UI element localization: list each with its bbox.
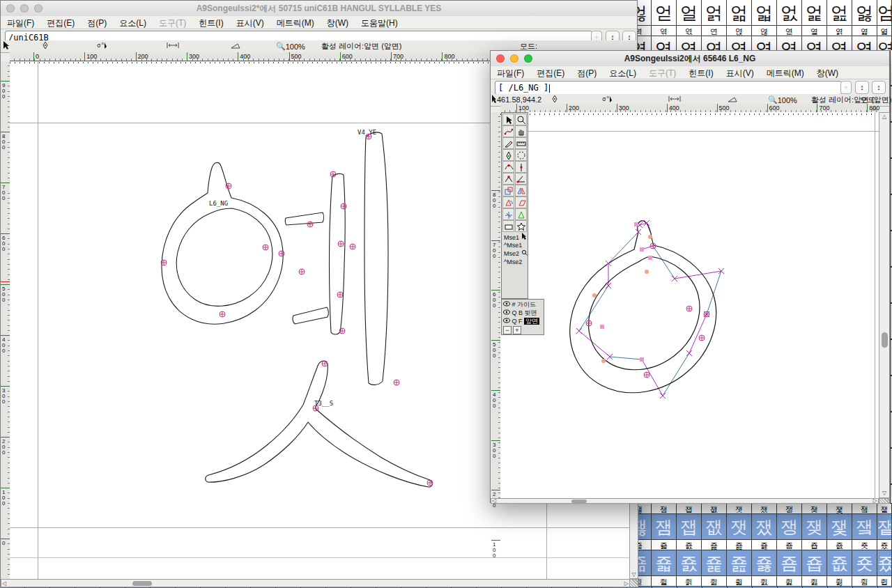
glyph-cell[interactable]: 잿	[727, 514, 752, 539]
glyph-cell-label[interactable]: 잾	[702, 503, 727, 514]
scroll-left-arrow[interactable]: ◁	[2, 580, 6, 587]
glyph-cell[interactable]: 얻	[652, 0, 677, 25]
glyph-cell-label[interactable]: 죭	[702, 539, 727, 550]
add-layer-button[interactable]: +	[513, 326, 521, 334]
glyph-cell[interactable]: 얿	[752, 0, 777, 25]
glyph-cell-label[interactable]: 쟀	[752, 503, 777, 514]
menu-item[interactable]: 창(W)	[810, 67, 845, 79]
hvcurve-point-tool[interactable]	[515, 161, 527, 173]
horizontal-scrollbar[interactable]: ◁ ▷	[1, 579, 630, 587]
glyph-cell-label[interactable]: 엮	[652, 25, 677, 36]
mouse-binding-label[interactable]: ^Mse1	[504, 241, 522, 249]
rectangle-tool[interactable]	[502, 220, 514, 232]
horizontal-scrollbar[interactable]: ◁ ▷	[491, 498, 879, 504]
menu-item[interactable]: 창(W)	[321, 17, 355, 29]
glyph-cell[interactable]: 쟅	[877, 514, 892, 539]
menu-item[interactable]: 편집(E)	[530, 67, 571, 79]
menu-item[interactable]: 힌트(I)	[192, 17, 229, 29]
glyph-cell[interactable]: 쟄	[852, 514, 877, 539]
rotate-tool[interactable]	[502, 196, 514, 208]
glyph-cell-label[interactable]: 엱	[727, 25, 752, 36]
glyph-cell[interactable]: 엀	[777, 0, 802, 25]
glyph-cell-label[interactable]: 쥚	[702, 575, 727, 587]
glyph-cell-label[interactable]: 죫	[652, 539, 677, 550]
mouse-binding-label[interactable]: Mse2	[504, 249, 528, 258]
menu-item[interactable]: 힌트(I)	[682, 67, 719, 79]
scroll-right-arrow[interactable]: ▷	[873, 497, 877, 504]
glyph-cell[interactable]: 죫	[652, 550, 677, 575]
magnify-tool[interactable]	[515, 114, 527, 125]
glyph-cell[interactable]: 엁	[802, 0, 827, 25]
layer-row-fore[interactable]: Q F 앞면	[503, 317, 539, 325]
corner-point-tool[interactable]	[502, 173, 514, 185]
glyph-cell[interactable]: 얾	[727, 0, 752, 25]
glyph-cell[interactable]: 얼	[677, 0, 702, 25]
glyph-cell[interactable]: 죱	[802, 550, 827, 575]
glyph-name-input[interactable]: [ /L6_NG ]	[495, 81, 842, 95]
glyph-cell-label[interactable]: 엯	[677, 25, 702, 36]
star-tool[interactable]	[515, 220, 527, 232]
glyph-cell-label[interactable]: 연	[702, 25, 727, 36]
glyph-cell-label[interactable]: 쟅	[877, 503, 892, 514]
glyph-cell-label[interactable]: 죮	[727, 539, 752, 550]
glyph-cell[interactable]: 죰	[777, 550, 802, 575]
glyph-cell[interactable]: 잽	[677, 514, 702, 539]
glyph-cell-label[interactable]: 잽	[677, 503, 702, 514]
scroll-left-arrow[interactable]: ◁	[492, 497, 496, 504]
glyph-cell[interactable]: 쟂	[802, 514, 827, 539]
skew-tool[interactable]	[515, 196, 527, 208]
glyph-canvas[interactable]	[500, 112, 879, 498]
glyph-cell[interactable]: 쟀	[752, 514, 777, 539]
menu-item[interactable]: 메트릭(M)	[760, 67, 810, 79]
scroll-up-arrow[interactable]: △	[879, 114, 889, 121]
menu-item[interactable]: 도구(T)	[643, 67, 682, 79]
glyph-cell-label[interactable]: 죳	[852, 539, 877, 550]
glyph-cell-label[interactable]: 쟃	[827, 503, 852, 514]
menu-item[interactable]: 점(P)	[81, 17, 113, 29]
vertical-scrollbar[interactable]: △ ▽	[879, 112, 890, 498]
glyph-cell-label[interactable]: 죯	[752, 539, 777, 550]
glyph-cell-label[interactable]: 쥝	[777, 575, 802, 587]
glyph-cell-label[interactable]: 죱	[802, 539, 827, 550]
glyph-cell-label[interactable]: 잼	[652, 503, 677, 514]
glyph-cell-label[interactable]: 쥜	[752, 575, 777, 587]
scroll-down-arrow[interactable]: ▽	[879, 490, 889, 497]
glyph-cell-label[interactable]: 쥙	[677, 575, 702, 587]
glyph-cell[interactable]: 죲	[827, 550, 852, 575]
menu-item[interactable]: 요소(L)	[603, 67, 643, 79]
glyph-cell-label[interactable]: 죬	[677, 539, 702, 550]
glyph-cell[interactable]: 쟃	[827, 514, 852, 539]
glyph-cell-label[interactable]: 잿	[727, 503, 752, 514]
glyph-cell-label[interactable]: 쟂	[802, 503, 827, 514]
glyph-cell[interactable]: 잾	[702, 514, 727, 539]
scroll-right-arrow[interactable]: ▷	[624, 580, 629, 587]
perspective-tool[interactable]	[515, 208, 527, 220]
knife-tool[interactable]	[502, 137, 514, 149]
next-glyph-button[interactable]: ↕	[872, 81, 886, 94]
remove-layer-button[interactable]: −	[503, 326, 512, 334]
glyph-cell-label[interactable]: 열	[802, 25, 827, 36]
menu-item[interactable]: 점(P)	[571, 67, 603, 79]
glyph-cell-label[interactable]: 엳	[777, 25, 802, 36]
glyph-cell-label[interactable]: 엶	[852, 25, 877, 36]
scroll-down-arrow[interactable]: ▽	[630, 571, 638, 578]
small-toggle-button[interactable]: ▫	[840, 81, 852, 94]
glyph-cell-label[interactable]: 죴	[877, 539, 892, 550]
glyph-cell-label[interactable]: 죰	[777, 539, 802, 550]
glyph-cell-label[interactable]: 쥞	[802, 575, 827, 587]
menu-item[interactable]: 표시(V)	[230, 17, 270, 29]
glyph-cell-label[interactable]: 쟄	[852, 503, 877, 514]
glyph-cell[interactable]: 죯	[752, 550, 777, 575]
menu-item[interactable]: 편집(E)	[40, 17, 81, 29]
rotate3d-tool[interactable]	[502, 208, 514, 220]
glyph-cell[interactable]: 죴	[877, 550, 892, 575]
curve-point-tool[interactable]	[502, 161, 514, 173]
glyph-cell-label[interactable]: 쥘	[652, 575, 677, 587]
menu-item[interactable]: 메트릭(M)	[270, 17, 321, 29]
layer-row-back[interactable]: Q B 뒷면	[503, 309, 537, 317]
menu-item[interactable]: 파일(F)	[1, 17, 40, 29]
ruler-tool[interactable]	[515, 137, 527, 149]
menu-item[interactable]: 도구(T)	[153, 17, 192, 29]
pen-tool[interactable]	[502, 149, 514, 161]
glyph-cell-label[interactable]: 쥟	[827, 575, 852, 587]
